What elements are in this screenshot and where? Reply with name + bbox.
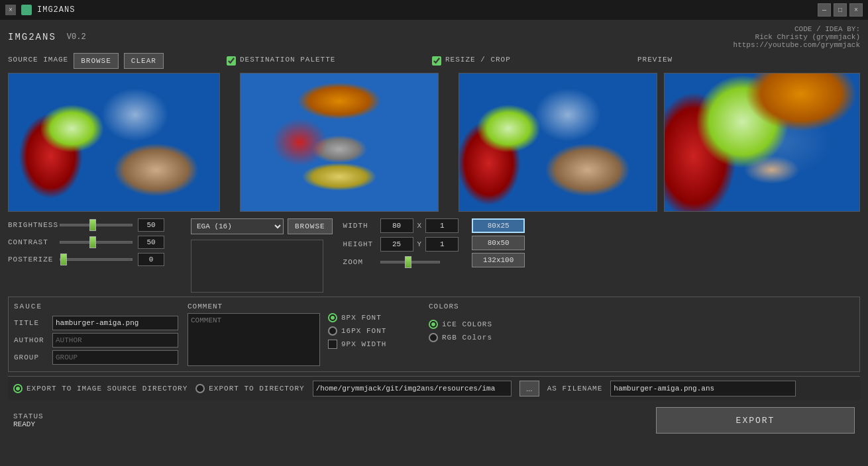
- width-input[interactable]: [380, 218, 413, 233]
- app-icon: [21, 5, 32, 15]
- credit-line3: https://youtube.com/grymmjack: [733, 41, 860, 49]
- contrast-value: 50: [138, 236, 164, 249]
- filename-input[interactable]: [610, 381, 796, 396]
- sauce-title-label: TITLE: [14, 319, 47, 327]
- dest-palette-check-row: DESTINATION PALETTE: [227, 56, 335, 66]
- font-section: 8PX FONT 16PX FONT 9PX WIDTH: [328, 313, 421, 349]
- preset-80x25-button[interactable]: 80x25: [472, 218, 525, 233]
- sauce-author-label: AUTHOR: [14, 336, 47, 344]
- y-label: Y: [417, 240, 422, 248]
- crop-image-panel: [459, 73, 657, 212]
- posterize-row: POSTERIZE 0: [8, 253, 180, 266]
- dest-palette-checkbox[interactable]: [227, 56, 236, 66]
- sauce-section: SAUCE TITLE AUTHOR GROUP: [14, 303, 180, 365]
- height-label: HEIGHT: [343, 240, 376, 248]
- posterize-slider[interactable]: [60, 253, 133, 266]
- x-input[interactable]: [425, 218, 459, 233]
- dest-image-display: [240, 73, 439, 212]
- height-input[interactable]: [380, 237, 413, 252]
- preset-80x50-button[interactable]: 80x50: [472, 236, 525, 250]
- as-filename-label: AS FILENAME: [547, 385, 603, 393]
- close-button-right[interactable]: ×: [849, 3, 863, 17]
- export-button[interactable]: EXPORT: [656, 407, 855, 434]
- status-label: STATUS: [13, 412, 44, 420]
- palette-preview-area: [191, 240, 323, 293]
- preset-132x100-button[interactable]: 132x100: [472, 253, 525, 267]
- font-9px-label: 9PX WIDTH: [341, 340, 386, 348]
- rgb-colors-row: RGB Colors: [429, 333, 492, 342]
- sauce-title-input[interactable]: [52, 316, 178, 330]
- zoom-thumb[interactable]: [405, 256, 411, 268]
- export-source-radio[interactable]: [13, 384, 23, 393]
- font-9px-row: 9PX WIDTH: [328, 340, 421, 349]
- palette-browse-button[interactable]: BROWSE: [288, 218, 333, 234]
- sauce-author-input[interactable]: [52, 333, 178, 348]
- sliders-section: BRIGHTNESS 50 CONTRAST 50: [8, 218, 180, 266]
- font-8px-label: 8PX FONT: [341, 314, 382, 322]
- sauce-author-row: AUTHOR: [14, 333, 180, 348]
- sauce-title-row: TITLE: [14, 316, 180, 330]
- font-8px-row: 8PX FONT: [328, 313, 421, 322]
- brightness-thumb[interactable]: [89, 219, 96, 231]
- font-16px-row: 16PX FONT: [328, 326, 421, 336]
- maximize-button[interactable]: □: [834, 3, 847, 17]
- rgb-colors-label: RGB Colors: [442, 334, 492, 342]
- clear-source-button[interactable]: CLEAR: [124, 53, 164, 69]
- comment-section: COMMENT: [188, 303, 320, 366]
- width-row: WIDTH X: [343, 218, 459, 233]
- window-controls: — □ ×: [818, 3, 863, 17]
- resize-crop-checkbox[interactable]: [432, 56, 441, 66]
- palette-select[interactable]: EGA (16) CGA (4) VGA (256) MONO (2): [191, 218, 284, 234]
- x-label: X: [417, 222, 422, 230]
- export-source-label: EXPORT TO IMAGE SOURCE DIRECTORY: [27, 385, 188, 393]
- ice-colors-radio[interactable]: [429, 320, 438, 329]
- app-version: V0.2: [67, 32, 86, 42]
- contrast-thumb[interactable]: [89, 236, 96, 248]
- sauce-group-input[interactable]: [52, 350, 178, 365]
- posterize-label: POSTERIZE: [8, 256, 54, 263]
- contrast-slider[interactable]: [60, 236, 133, 249]
- font-16px-radio[interactable]: [328, 326, 337, 336]
- window-title: IMG2ANS: [37, 5, 75, 15]
- zoom-slider[interactable]: [380, 256, 440, 269]
- ice-colors-label: iCE COLORS: [442, 320, 492, 328]
- sauce-group-label: GROUP: [14, 353, 47, 361]
- palette-row: EGA (16) CGA (4) VGA (256) MONO (2) BROW…: [191, 218, 333, 234]
- resize-crop-label: RESIZE / CROP: [445, 56, 511, 64]
- status-section: STATUS READY: [13, 412, 44, 428]
- y-input[interactable]: [425, 237, 459, 252]
- contrast-track: [60, 241, 133, 244]
- colors-section: COLORS iCE COLORS RGB Colors: [429, 303, 492, 342]
- width-label: WIDTH: [343, 222, 376, 230]
- rgb-colors-radio[interactable]: [429, 333, 438, 342]
- height-row: HEIGHT Y: [343, 237, 459, 252]
- preview-image-display: [664, 73, 860, 212]
- minimize-button[interactable]: —: [818, 3, 831, 17]
- sauce-group-row: GROUP: [14, 350, 180, 365]
- top-row: IMG2ANS V0.2 CODE / IDEA BY: Rick Christ…: [8, 25, 860, 49]
- credit-line1: CODE / IDEA BY:: [733, 25, 860, 33]
- export-path-input[interactable]: [313, 381, 512, 396]
- posterize-thumb[interactable]: [60, 254, 67, 265]
- brightness-value: 50: [138, 218, 164, 232]
- export-source-dir-option: EXPORT TO IMAGE SOURCE DIRECTORY: [13, 384, 188, 393]
- dest-image-panel: [240, 73, 439, 212]
- font-8px-radio[interactable]: [328, 313, 337, 322]
- sauce-title: SAUCE: [14, 303, 180, 310]
- comment-textarea[interactable]: [188, 313, 320, 366]
- export-browse-button[interactable]: ...: [519, 381, 539, 396]
- preview-label: PREVIEW: [637, 56, 673, 64]
- zoom-row: ZOOM: [343, 256, 459, 269]
- zoom-label: ZOOM: [343, 258, 376, 266]
- font-9px-checkbox[interactable]: [328, 340, 337, 349]
- close-button[interactable]: ×: [5, 5, 16, 15]
- export-dir-radio[interactable]: [195, 384, 205, 393]
- brightness-label: BRIGHTNESS: [8, 221, 54, 229]
- browse-source-button[interactable]: BROWSE: [74, 53, 119, 69]
- brightness-track: [60, 224, 133, 226]
- font-16px-label: 16PX FONT: [341, 327, 386, 335]
- brightness-slider[interactable]: [60, 218, 133, 232]
- dimensions-section: WIDTH X HEIGHT Y ZOOM: [343, 218, 529, 269]
- brightness-row: BRIGHTNESS 50: [8, 218, 180, 232]
- preset-buttons: 80x25 80x50 132x100: [472, 218, 525, 269]
